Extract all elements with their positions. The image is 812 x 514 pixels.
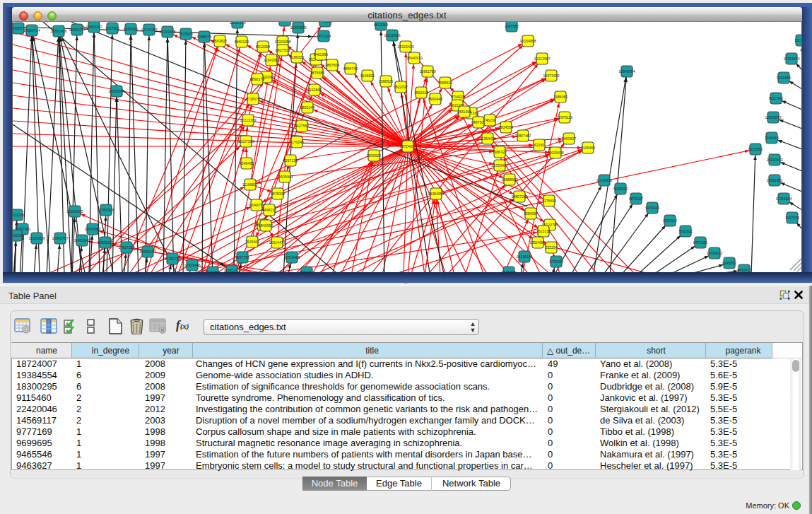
svg-text:6794028: 6794028 (451, 95, 465, 99)
svg-text:9450912: 9450912 (737, 268, 751, 272)
svg-text:10653267: 10653267 (86, 25, 102, 29)
svg-text:9084067: 9084067 (524, 211, 538, 216)
svg-text:7485063: 7485063 (553, 95, 567, 99)
svg-text:1562615: 1562615 (414, 90, 428, 95)
svg-text:16713155: 16713155 (159, 30, 175, 34)
svg-text:1083521: 1083521 (278, 22, 292, 23)
svg-text:8267130: 8267130 (283, 158, 298, 163)
svg-text:7955812: 7955812 (438, 81, 452, 85)
svg-text:13226058: 13226058 (274, 40, 290, 44)
svg-text:15751074: 15751074 (783, 57, 799, 61)
svg-text:7357224: 7357224 (317, 34, 331, 38)
svg-text:2933114: 2933114 (663, 218, 677, 223)
svg-text:17957225: 17957225 (118, 245, 134, 250)
svg-text:21364436: 21364436 (479, 136, 495, 141)
svg-text:11166827: 11166827 (242, 182, 258, 187)
svg-text:19218506: 19218506 (384, 33, 400, 37)
svg-text:9115460: 9115460 (581, 146, 595, 150)
svg-text:9827503: 9827503 (276, 48, 290, 52)
svg-text:5461996: 5461996 (314, 52, 328, 57)
svg-text:20053346: 20053346 (108, 89, 124, 93)
svg-text:9193150: 9193150 (13, 233, 23, 238)
svg-text:2451996: 2451996 (457, 110, 471, 114)
svg-text:10025438: 10025438 (547, 151, 563, 155)
svg-text:2830023: 2830023 (367, 153, 381, 158)
svg-text:15692951: 15692951 (766, 178, 782, 182)
svg-text:15720407: 15720407 (491, 163, 507, 168)
svg-text:3824554: 3824554 (499, 125, 513, 129)
svg-text:8215955: 8215955 (748, 147, 763, 151)
svg-text:4498222: 4498222 (262, 208, 276, 212)
svg-text:9463627: 9463627 (562, 136, 576, 141)
svg-text:7632621: 7632621 (678, 229, 693, 233)
svg-text:1244415: 1244415 (765, 136, 779, 140)
svg-text:6466160: 6466160 (124, 27, 138, 31)
svg-text:1117123: 1117123 (794, 38, 802, 42)
svg-text:10719155: 10719155 (141, 28, 157, 32)
svg-text:16210643: 16210643 (766, 158, 782, 162)
svg-text:6879197: 6879197 (629, 197, 643, 201)
svg-text:12213967: 12213967 (534, 57, 550, 61)
svg-text:20206535: 20206535 (66, 209, 83, 214)
svg-text:20691406: 20691406 (50, 29, 66, 33)
svg-text:62160: 62160 (534, 143, 545, 147)
svg-text:9375692: 9375692 (542, 199, 556, 203)
svg-text:13535941: 13535941 (276, 175, 293, 179)
svg-text:9329966: 9329966 (777, 76, 791, 80)
svg-text:3875685: 3875685 (310, 71, 324, 75)
svg-text:2718170: 2718170 (246, 97, 260, 101)
svg-text:18807249: 18807249 (511, 194, 527, 199)
svg-text:10807487: 10807487 (514, 134, 531, 138)
svg-text:12975115: 12975115 (557, 115, 573, 119)
svg-text:4170045: 4170045 (290, 140, 304, 144)
svg-text:8934212: 8934212 (300, 270, 314, 272)
svg-text:10688609: 10688609 (501, 177, 517, 182)
svg-text:9657791: 9657791 (235, 255, 249, 259)
svg-text:17359928: 17359928 (98, 208, 114, 212)
svg-text:8912954: 8912954 (256, 45, 270, 49)
svg-text:7625402: 7625402 (245, 240, 259, 244)
svg-text:16752291: 16752291 (223, 269, 240, 272)
svg-text:3822037: 3822037 (394, 85, 408, 89)
svg-text:1733426: 1733426 (549, 259, 563, 264)
svg-text:8878332: 8878332 (271, 192, 285, 196)
svg-text:18640910: 18640910 (406, 56, 422, 60)
svg-text:9146821: 9146821 (360, 74, 375, 78)
svg-text:8660124: 8660124 (235, 40, 249, 44)
svg-text:16154808: 16154808 (519, 39, 536, 43)
svg-text:10958107: 10958107 (139, 250, 155, 254)
svg-text:2867608: 2867608 (325, 63, 339, 67)
svg-text:14055714: 14055714 (23, 28, 40, 33)
svg-text:8990448: 8990448 (428, 97, 442, 101)
svg-text:9158574: 9158574 (197, 35, 211, 39)
svg-text:9174403: 9174403 (206, 270, 220, 272)
svg-text:19384554: 19384554 (428, 192, 444, 196)
svg-text:1615132: 1615132 (536, 229, 551, 233)
svg-text:16648784: 16648784 (618, 69, 635, 74)
svg-text:16782759: 16782759 (164, 257, 180, 261)
svg-text:7515526: 7515526 (179, 32, 193, 36)
svg-text:8427552: 8427552 (295, 124, 309, 128)
svg-text:9242848: 9242848 (307, 88, 322, 92)
svg-text:9645779: 9645779 (502, 270, 516, 272)
svg-text:8186323: 8186323 (290, 55, 304, 59)
svg-text:7986322: 7986322 (493, 150, 507, 154)
svg-text:15716485: 15716485 (283, 255, 300, 259)
svg-text:18356377: 18356377 (69, 28, 85, 32)
svg-text:5938923: 5938923 (613, 187, 628, 191)
svg-text:9245652: 9245652 (722, 261, 736, 265)
svg-text:1588520: 1588520 (379, 79, 393, 83)
svg-text:252254: 252254 (545, 245, 557, 250)
svg-text:9445132: 9445132 (318, 22, 332, 23)
svg-text:13524861: 13524861 (529, 240, 546, 245)
svg-text:10654112: 10654112 (707, 251, 723, 255)
svg-text:11140953: 11140953 (596, 178, 612, 182)
svg-text:8471626: 8471626 (693, 240, 707, 245)
svg-text:14136141: 14136141 (516, 255, 532, 259)
svg-text:17016504: 17016504 (775, 197, 792, 201)
svg-text:1527602: 1527602 (105, 26, 119, 30)
svg-text:13156829: 13156829 (28, 236, 45, 240)
svg-text:18724007: 18724007 (399, 144, 416, 148)
svg-text:8813054: 8813054 (374, 23, 388, 27)
svg-text:8454749: 8454749 (343, 66, 358, 71)
